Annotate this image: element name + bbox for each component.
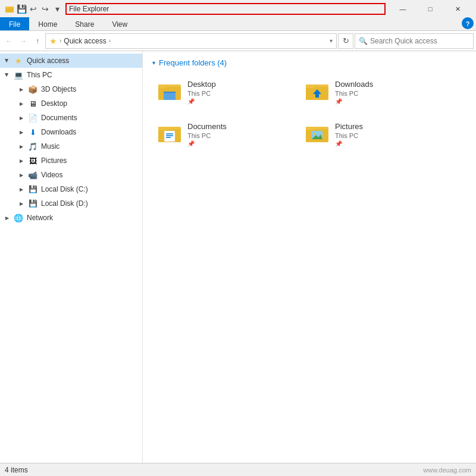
svg-rect-2 [5, 7, 9, 8]
status-site: www.deuag.com [423, 466, 471, 474]
sidebar-label-quick-access: Quick access [27, 57, 69, 65]
sidebar-label-downloads: Downloads [41, 128, 76, 136]
app-icon [5, 4, 14, 14]
desktop-folder-name: Desktop [187, 80, 216, 89]
sidebar-label-network: Network [27, 214, 53, 222]
forward-button[interactable]: → [17, 35, 30, 48]
sidebar-item-network[interactable]: ▶ 🌐 Network [0, 211, 142, 225]
address-bar: ← → ↑ ★ › Quick access › ▾ ↻ 🔍 [0, 31, 476, 51]
svg-rect-6 [164, 92, 176, 100]
desktop-folder-icon [158, 80, 181, 107]
close-button[interactable]: ✕ [444, 0, 471, 18]
svg-rect-15 [164, 131, 175, 142]
network-icon: 🌐 [13, 212, 24, 223]
window-controls: — □ ✕ [389, 0, 471, 18]
downloads-folder-pin: 📌 [335, 98, 373, 105]
expand-this-pc[interactable]: ▶ [2, 70, 12, 80]
title-bar: 💾 ↩ ↪ ▾ File Explorer — □ ✕ [0, 0, 476, 18]
dropdown-icon[interactable]: ▾ [52, 4, 62, 14]
minimize-button[interactable]: — [389, 0, 416, 18]
sidebar-label-documents: Documents [41, 114, 77, 122]
documents-folder-icon [158, 122, 181, 149]
expand-quick-access[interactable]: ▶ [2, 56, 12, 65]
ribbon-tabs: File Home Share View ? [0, 18, 476, 31]
back-button[interactable]: ← [2, 35, 15, 48]
folder-tile-downloads[interactable]: Downloads This PC 📌 [300, 74, 443, 112]
refresh-button[interactable]: ↻ [338, 33, 353, 49]
tab-home[interactable]: Home [29, 17, 66, 30]
sidebar-item-pictures[interactable]: ▶ 🖼 Pictures [0, 154, 142, 168]
sidebar-item-documents[interactable]: ▶ 📄 Documents [0, 111, 142, 125]
pictures-folder-icon [305, 122, 329, 149]
sidebar-item-this-pc[interactable]: ▶ 💻 This PC [0, 68, 142, 82]
svg-point-23 [314, 133, 316, 135]
sidebar-item-desktop[interactable]: ▶ 🖥 Desktop [0, 96, 142, 111]
pictures-folder-pin: 📌 [335, 140, 363, 147]
sidebar-item-local-d[interactable]: ▶ 💾 Local Disk (D:) [0, 196, 142, 211]
this-pc-icon: 💻 [13, 70, 24, 80]
local-c-icon: 💾 [27, 184, 38, 195]
expand-videos[interactable]: ▶ [17, 170, 26, 180]
tab-share[interactable]: Share [66, 17, 103, 30]
sidebar-item-quick-access[interactable]: ▶ ★ Quick access [0, 54, 142, 68]
expand-pictures[interactable]: ▶ [17, 156, 26, 165]
pictures-folder-name: Pictures [335, 122, 363, 131]
expand-music[interactable]: ▶ [17, 142, 26, 151]
sidebar-item-videos[interactable]: ▶ 📹 Videos [0, 168, 142, 182]
expand-3d-objects[interactable]: ▶ [17, 84, 26, 94]
sidebar-label-local-d: Local Disk (D:) [41, 199, 88, 208]
help-button[interactable]: ? [462, 17, 474, 29]
svg-rect-7 [164, 92, 176, 93]
sidebar-item-3d-objects[interactable]: ▶ 📦 3D Objects [0, 82, 142, 96]
documents-folder-sub: This PC [187, 132, 227, 139]
path-star-icon: ★ [49, 36, 57, 46]
videos-icon: 📹 [27, 170, 38, 180]
desktop-folder-sub: This PC [187, 90, 216, 97]
pictures-folder-sub: This PC [335, 132, 363, 139]
expand-network[interactable]: ▶ [2, 213, 12, 223]
save-icon[interactable]: 💾 [17, 4, 26, 14]
section-chevron: ▾ [152, 60, 155, 66]
local-d-icon: 💾 [27, 198, 38, 209]
folder-tile-desktop[interactable]: Desktop This PC 📌 [152, 74, 295, 112]
svg-rect-21 [306, 127, 314, 130]
redo-icon[interactable]: ↪ [40, 4, 50, 14]
desktop-folder-info: Desktop This PC 📌 [187, 80, 216, 105]
quick-access-icon: ★ [13, 55, 24, 66]
search-icon: 🔍 [359, 37, 368, 45]
window-title: File Explorer [65, 3, 386, 15]
folder-tile-pictures[interactable]: Pictures This PC 📌 [300, 117, 443, 154]
status-bar: 4 items www.deuag.com [0, 463, 476, 476]
maximize-button[interactable]: □ [416, 0, 444, 18]
sidebar-item-music[interactable]: ▶ 🎵 Music [0, 139, 142, 154]
section-label: Frequent folders (4) [159, 58, 227, 67]
downloads-icon: ⬇ [27, 127, 38, 137]
content-area: ▾ Frequent folders (4) Desktop [143, 51, 476, 463]
path-dropdown[interactable]: ▾ [330, 37, 333, 44]
expand-local-d[interactable]: ▶ [17, 199, 26, 208]
tab-file[interactable]: File [0, 17, 29, 30]
documents-folder-pin: 📌 [187, 140, 227, 147]
search-input[interactable] [370, 37, 469, 45]
pictures-folder-info: Pictures This PC 📌 [335, 122, 363, 147]
expand-local-c[interactable]: ▶ [17, 184, 26, 194]
svg-rect-1 [5, 8, 14, 12]
sidebar-label-music: Music [41, 142, 60, 151]
sidebar-item-downloads[interactable]: ▶ ⬇ Downloads [0, 125, 142, 139]
expand-documents[interactable]: ▶ [17, 113, 26, 123]
main-layout: ▶ ★ Quick access ▶ 💻 This PC ▶ 📦 3D Obje… [0, 51, 476, 463]
address-path[interactable]: ★ › Quick access › ▾ [45, 33, 337, 49]
sidebar-item-local-c[interactable]: ▶ 💾 Local Disk (C:) [0, 182, 142, 196]
sidebar-label-local-c: Local Disk (C:) [41, 185, 88, 193]
title-bar-icons: 💾 ↩ ↪ ▾ [5, 4, 62, 14]
expand-desktop[interactable]: ▶ [17, 99, 26, 108]
section-header: ▾ Frequent folders (4) [152, 58, 466, 67]
undo-icon[interactable]: ↩ [29, 4, 38, 14]
downloads-folder-info: Downloads This PC 📌 [335, 80, 373, 105]
expand-downloads[interactable]: ▶ [17, 127, 26, 137]
tab-view[interactable]: View [103, 17, 136, 30]
path-label: Quick access [64, 37, 106, 45]
up-button[interactable]: ↑ [31, 35, 44, 48]
downloads-folder-sub: This PC [335, 90, 373, 97]
folder-tile-documents[interactable]: Documents This PC 📌 [152, 117, 295, 154]
